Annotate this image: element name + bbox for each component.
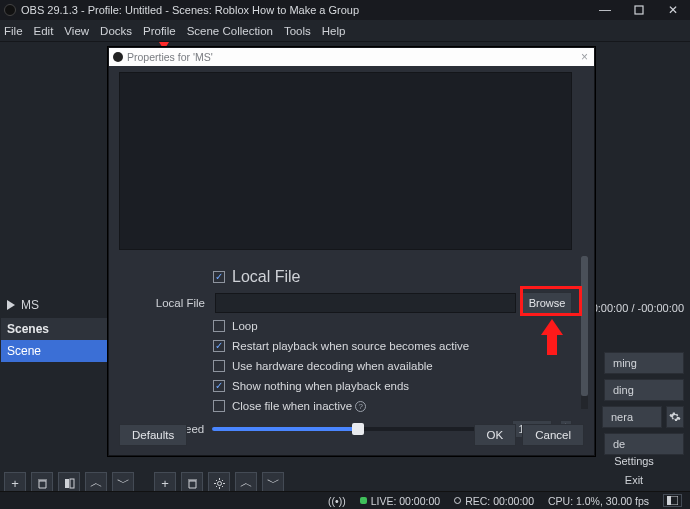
browse-button[interactable]: Browse bbox=[522, 292, 572, 314]
status-bar: ((•)) LIVE: 00:00:00 REC: 00:00:00 CPU: … bbox=[0, 491, 690, 509]
loop-checkbox[interactable] bbox=[213, 320, 225, 332]
live-indicator-icon bbox=[360, 497, 367, 504]
signal-icon: ((•)) bbox=[328, 495, 346, 507]
window-title: OBS 29.1.3 - Profile: Untitled - Scenes:… bbox=[21, 4, 359, 16]
gear-icon bbox=[214, 478, 225, 489]
menu-docks[interactable]: Docks bbox=[100, 25, 132, 37]
play-icon bbox=[7, 300, 15, 310]
maximize-button[interactable] bbox=[622, 0, 656, 20]
svg-rect-5 bbox=[667, 496, 671, 505]
menu-file[interactable]: File bbox=[4, 25, 23, 37]
rec-status: REC: 00:00:00 bbox=[454, 495, 534, 507]
defaults-button[interactable]: Defaults bbox=[119, 424, 187, 446]
obs-logo-icon bbox=[4, 4, 16, 16]
hw-decode-checkbox[interactable] bbox=[213, 360, 225, 372]
dialog-close-button[interactable]: × bbox=[581, 50, 588, 64]
dock-icon bbox=[667, 496, 678, 505]
restart-checkbox[interactable] bbox=[213, 340, 225, 352]
trash-icon bbox=[37, 478, 48, 489]
close-inactive-checkbox[interactable] bbox=[213, 400, 225, 412]
network-status: ((•)) bbox=[328, 495, 346, 507]
dialog-title-bar[interactable]: Properties for 'MS' × bbox=[109, 48, 594, 66]
show-nothing-checkbox[interactable] bbox=[213, 380, 225, 392]
svg-rect-2 bbox=[70, 479, 74, 488]
menu-edit[interactable]: Edit bbox=[34, 25, 54, 37]
svg-point-3 bbox=[217, 481, 221, 485]
ok-button[interactable]: OK bbox=[474, 424, 517, 446]
loop-label: Loop bbox=[232, 320, 258, 332]
menu-tools[interactable]: Tools bbox=[284, 25, 311, 37]
local-file-check-label: Local File bbox=[232, 268, 300, 286]
properties-dialog: Properties for 'MS' × Local File Local F… bbox=[108, 47, 595, 456]
right-button-ding[interactable]: ding bbox=[604, 379, 684, 401]
menu-help[interactable]: Help bbox=[322, 25, 346, 37]
dock-toggle-button[interactable] bbox=[663, 494, 682, 507]
local-file-checkbox[interactable] bbox=[213, 271, 225, 283]
menu-view[interactable]: View bbox=[64, 25, 89, 37]
local-file-label: Local File bbox=[119, 297, 209, 309]
right-button-ming[interactable]: ming bbox=[604, 352, 684, 374]
show-nothing-label: Show nothing when playback ends bbox=[232, 380, 409, 392]
settings-gear-button[interactable] bbox=[666, 406, 684, 428]
media-preview bbox=[119, 72, 572, 250]
cpu-status: CPU: 1.0%, 30.00 fps bbox=[548, 495, 649, 507]
close-button[interactable]: ✕ bbox=[656, 0, 690, 20]
svg-rect-1 bbox=[65, 479, 69, 488]
duration-display: 00:00:00 / -00:00:00 bbox=[586, 302, 684, 314]
svg-rect-0 bbox=[635, 6, 643, 14]
obs-logo-icon bbox=[113, 52, 123, 62]
source-label: MS bbox=[21, 298, 39, 312]
exit-link[interactable]: Exit bbox=[584, 474, 684, 490]
local-file-input[interactable] bbox=[215, 293, 516, 313]
settings-link[interactable]: Settings bbox=[584, 455, 684, 471]
cancel-button[interactable]: Cancel bbox=[522, 424, 584, 446]
hw-decode-label: Use hardware decoding when available bbox=[232, 360, 433, 372]
title-bar: OBS 29.1.3 - Profile: Untitled - Scenes:… bbox=[0, 0, 690, 20]
right-button-de[interactable]: de bbox=[604, 433, 684, 455]
gear-icon bbox=[669, 411, 681, 423]
minimize-button[interactable]: — bbox=[588, 0, 622, 20]
menu-profile[interactable]: Profile bbox=[143, 25, 176, 37]
scrollbar-thumb[interactable] bbox=[581, 256, 588, 396]
trash-icon bbox=[187, 478, 198, 489]
menu-bar: File Edit View Docks Profile Scene Colle… bbox=[0, 20, 690, 42]
restart-label: Restart playback when source becomes act… bbox=[232, 340, 469, 352]
close-inactive-label: Close file when inactive bbox=[232, 400, 352, 412]
dialog-title: Properties for 'MS' bbox=[127, 51, 213, 63]
right-button-nera[interactable]: nera bbox=[602, 406, 662, 428]
info-icon[interactable]: ? bbox=[355, 401, 366, 412]
filter-icon bbox=[64, 478, 75, 489]
rec-indicator-icon bbox=[454, 497, 461, 504]
live-status: LIVE: 00:00:00 bbox=[360, 495, 440, 507]
menu-scene-collection[interactable]: Scene Collection bbox=[187, 25, 273, 37]
